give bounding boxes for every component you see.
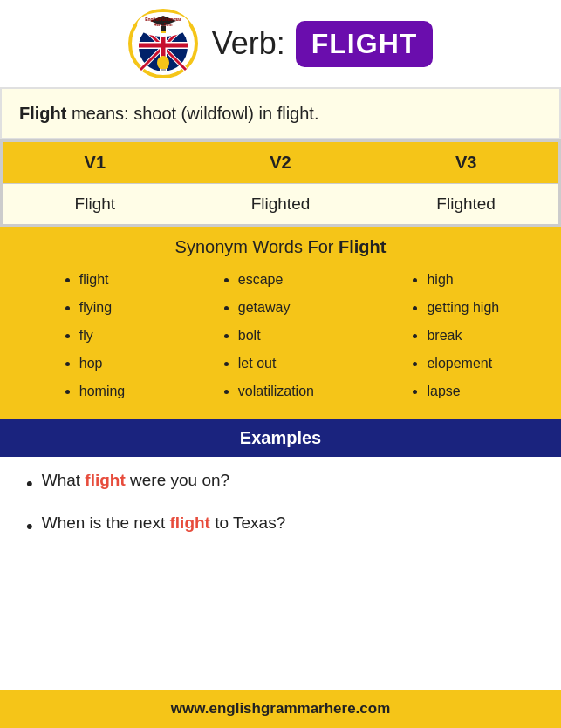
table-cell-v1: Flight (3, 184, 188, 225)
synonym-item: hop (79, 350, 125, 378)
table-cell-v3: Flighted (373, 184, 559, 225)
example-text-1: What flight were you on? (42, 471, 229, 490)
table-header-v1: V1 (3, 142, 188, 184)
definition-text: means: shoot (wildfowl) in flight. (66, 104, 318, 123)
verb-table: V1 V2 V3 Flight Flighted Flighted (2, 141, 559, 225)
synonym-item: bolt (238, 322, 314, 350)
svg-text:English Grammar: English Grammar (145, 17, 181, 22)
verb-label: Verb: (212, 25, 285, 62)
synonym-columns: flight flying fly hop homing escape geta… (14, 266, 547, 405)
examples-header: Examples (0, 419, 561, 457)
svg-rect-9 (139, 44, 188, 48)
svg-text:Here.Com: Here.Com (154, 23, 172, 27)
synonym-item: escape (238, 266, 314, 294)
synonym-section: Synonym Words For Flight flight flying f… (0, 227, 561, 419)
definition-section: Flight means: shoot (wildfowl) in flight… (0, 87, 561, 139)
synonym-item: volatilization (238, 378, 314, 405)
definition-bold-word: Flight (19, 104, 66, 123)
footer-url: www.englishgrammarhere.com (171, 700, 391, 717)
example-item-1: • What flight were you on? (26, 471, 535, 498)
bullet-icon: • (26, 471, 33, 498)
synonym-title-bold: Flight (339, 237, 386, 256)
synonym-col-2: escape getaway bolt let out volatilizati… (221, 266, 314, 405)
synonym-item: elopement (427, 350, 499, 378)
synonym-item: break (427, 322, 499, 350)
synonym-item: getting high (427, 294, 499, 322)
bullet-icon: • (26, 514, 33, 541)
synonym-title-prefix: Synonym Words For (175, 237, 339, 256)
logo: English Grammar Here.Com (128, 9, 198, 78)
synonym-item: let out (238, 350, 314, 378)
synonym-item: getaway (238, 294, 314, 322)
svg-point-16 (157, 56, 169, 70)
synonym-item: flying (79, 294, 125, 322)
example-2-after: to Texas? (210, 514, 285, 532)
example-2-highlight: flight (170, 514, 210, 532)
footer: www.englishgrammarhere.com (0, 690, 561, 728)
synonym-col-3: high getting high break elopement lapse (409, 266, 499, 405)
synonym-item: homing (79, 378, 125, 405)
example-text-2: When is the next flight to Texas? (42, 514, 286, 533)
synonym-item: fly (79, 322, 125, 350)
example-1-after: were you on? (126, 471, 229, 489)
example-1-before: What (42, 471, 86, 489)
synonym-item: lapse (427, 378, 499, 405)
example-item-2: • When is the next flight to Texas? (26, 514, 535, 541)
verb-table-section: V1 V2 V3 Flight Flighted Flighted (0, 139, 561, 227)
svg-rect-17 (161, 69, 166, 71)
word-badge: FLIGHT (296, 21, 434, 67)
header: English Grammar Here.Com Verb: FLIGHT (0, 0, 561, 87)
table-header-v3: V3 (373, 142, 559, 184)
synonym-item: high (427, 266, 499, 294)
examples-section: • What flight were you on? • When is the… (0, 457, 561, 690)
example-1-highlight: flight (85, 471, 125, 489)
synonym-item: flight (79, 266, 125, 294)
synonym-col-1: flight flying fly hop homing (62, 266, 125, 405)
table-header-v2: V2 (188, 142, 373, 184)
example-2-before: When is the next (42, 514, 170, 532)
synonym-title: Synonym Words For Flight (14, 237, 547, 257)
svg-rect-13 (161, 31, 166, 33)
table-cell-v2: Flighted (188, 184, 373, 225)
